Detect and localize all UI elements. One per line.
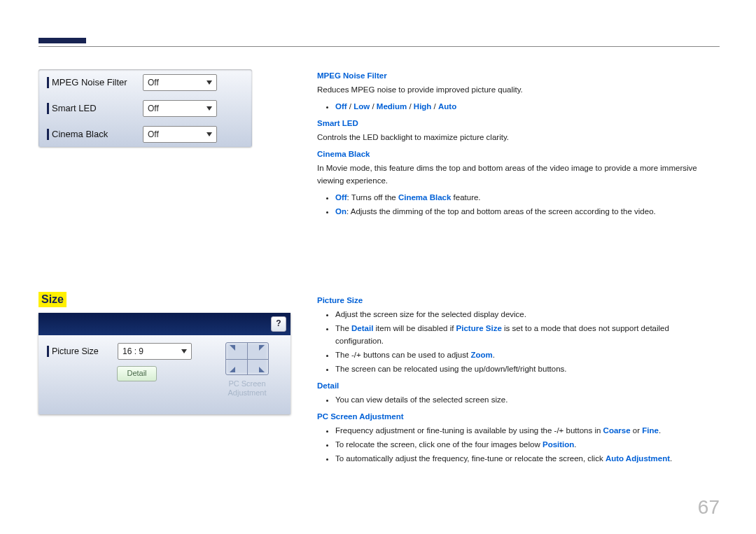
- dropdown-picture-size[interactable]: 16 : 9: [118, 343, 192, 360]
- row-cinema-black: Cinema Black Off: [38, 121, 252, 147]
- section-heading-size: Size: [38, 292, 66, 307]
- dropdown-value: Off: [148, 78, 159, 87]
- page-number: 67: [698, 496, 720, 519]
- text-ps-2: The Detail item will be disabled if Pict…: [335, 322, 714, 347]
- help-icon[interactable]: ?: [271, 316, 286, 332]
- panel-body: Picture Size 16 : 9 Detail PC Screen Adj…: [38, 335, 290, 414]
- heading-picture-size: Picture Size: [317, 294, 714, 307]
- settings-panel-image-2: ? Picture Size 16 : 9 Detail PC: [38, 313, 290, 414]
- pc-screen-adjustment-label: PC Screen Adjustment: [212, 379, 282, 398]
- row-smart-led: Smart LED Off: [38, 95, 252, 121]
- row-label: MPEG Noise Filter: [52, 77, 143, 87]
- dropdown-value: Off: [148, 129, 159, 139]
- panel-left: Picture Size 16 : 9 Detail: [47, 342, 212, 414]
- row-indicator: [47, 129, 49, 140]
- text-pc-2: To relocate the screen, click one of the…: [335, 438, 714, 451]
- page: MPEG Noise Filter Off Smart LED Off Cine…: [0, 0, 756, 534]
- text-detail-1: You can view details of the selected scr…: [335, 393, 714, 406]
- row-label: Picture Size: [52, 346, 118, 356]
- text-ps-3: The -/+ buttons can be used to adjust Zo…: [335, 349, 714, 361]
- header-divider: [38, 46, 720, 47]
- settings-panel-image-1: MPEG Noise Filter Off Smart LED Off Cine…: [38, 69, 252, 147]
- heading-smart-led: Smart LED: [317, 117, 714, 129]
- text-cinema-on: On: Adjusts the dimming of the top and b…: [335, 205, 714, 218]
- chevron-down-icon: [206, 80, 212, 85]
- heading-cinema-black: Cinema Black: [317, 148, 714, 160]
- dropdown-value: 16 : 9: [122, 346, 144, 356]
- position-arrows-icon[interactable]: [225, 342, 269, 375]
- row-mpeg-noise-filter: MPEG Noise Filter Off: [38, 69, 252, 95]
- text-pc-1: Frequency adjustment or fine-tuning is a…: [335, 424, 714, 437]
- dropdown-value: Off: [148, 104, 159, 113]
- description-block-1: MPEG Noise Filter Reduces MPEG noise to …: [317, 69, 714, 222]
- chevron-down-icon: [181, 349, 187, 353]
- arrow-nw-icon: [230, 345, 235, 351]
- dropdown-mpeg[interactable]: Off: [143, 74, 217, 91]
- heading-pc-screen-adjustment: PC Screen Adjustment: [317, 410, 714, 423]
- panel-right: PC Screen Adjustment: [212, 342, 282, 414]
- row-indicator: [47, 77, 49, 88]
- row-picture-size: Picture Size 16 : 9: [47, 342, 212, 360]
- arrow-se-icon: [259, 367, 265, 372]
- text-cinema-off: Off: Turns off the Cinema Black feature.: [335, 191, 714, 204]
- heading-mpeg-noise-filter: MPEG Noise Filter: [317, 69, 714, 82]
- text-cinema-desc: In Movie mode, this feature dims the top…: [317, 162, 714, 187]
- text-mpeg-options: Off / Low / Medium / High / Auto: [335, 100, 714, 113]
- chapter-bar: [38, 38, 86, 43]
- chevron-down-icon: [206, 106, 212, 111]
- row-indicator: [47, 346, 49, 357]
- text-ps-4: The screen can be relocated using the up…: [335, 363, 714, 375]
- detail-button[interactable]: Detail: [117, 366, 157, 381]
- text-smartled-desc: Controls the LED backlight to maximize p…: [317, 131, 714, 143]
- arrow-ne-icon: [259, 345, 265, 351]
- row-label: Cinema Black: [52, 129, 143, 139]
- dropdown-cinemablack[interactable]: Off: [143, 126, 217, 143]
- text-ps-1: Adjust the screen size for the selected …: [335, 308, 714, 321]
- arrow-sw-icon: [230, 367, 235, 372]
- heading-detail: Detail: [317, 379, 714, 392]
- text-pc-3: To automatically adjust the frequency, f…: [335, 452, 714, 465]
- description-block-2: Picture Size Adjust the screen size for …: [317, 294, 714, 469]
- chevron-down-icon: [206, 132, 212, 136]
- text-mpeg-desc: Reduces MPEG noise to provide improved p…: [317, 83, 714, 96]
- panel-titlebar: ?: [38, 313, 290, 335]
- row-label: Smart LED: [52, 103, 143, 113]
- row-indicator: [47, 103, 49, 114]
- dropdown-smartled[interactable]: Off: [143, 100, 217, 117]
